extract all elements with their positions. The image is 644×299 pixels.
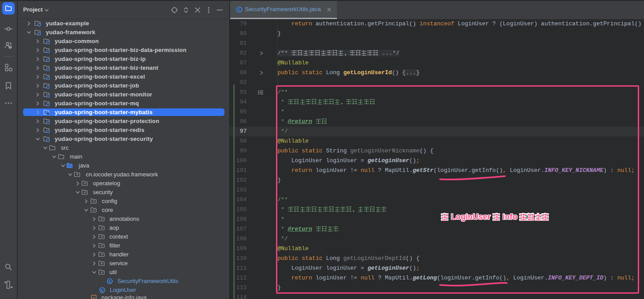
svg-text:C: C [238, 8, 241, 12]
svg-text:?: ? [9, 45, 11, 48]
svg-text:C: C [101, 288, 104, 292]
svg-text:C: C [108, 279, 111, 283]
